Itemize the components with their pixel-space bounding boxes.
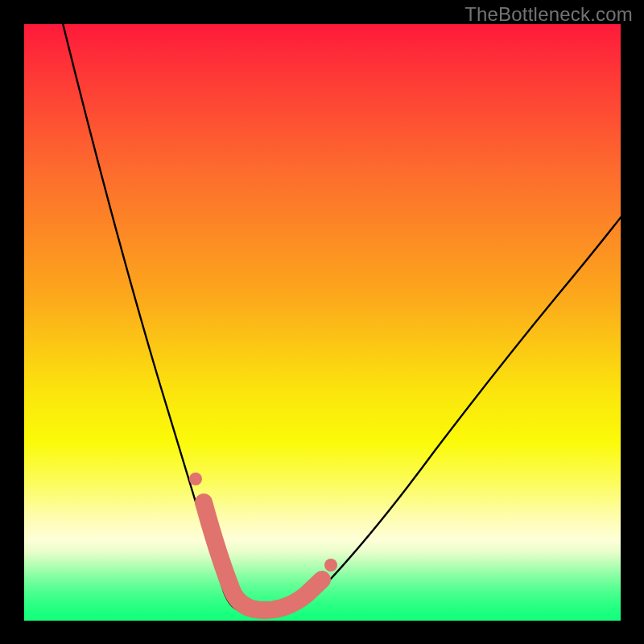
watermark-text: TheBottleneck.com	[464, 3, 633, 26]
valley-end-dot-right	[324, 559, 337, 572]
chart-stage: TheBottleneck.com	[0, 0, 644, 644]
valley-end-dot-left	[189, 473, 202, 485]
bottleneck-curve-right	[262, 213, 621, 610]
bottleneck-curve-left	[62, 24, 262, 611]
plot-area	[24, 24, 621, 621]
curve-layer	[24, 24, 621, 621]
valley-highlight-stroke	[204, 502, 322, 610]
